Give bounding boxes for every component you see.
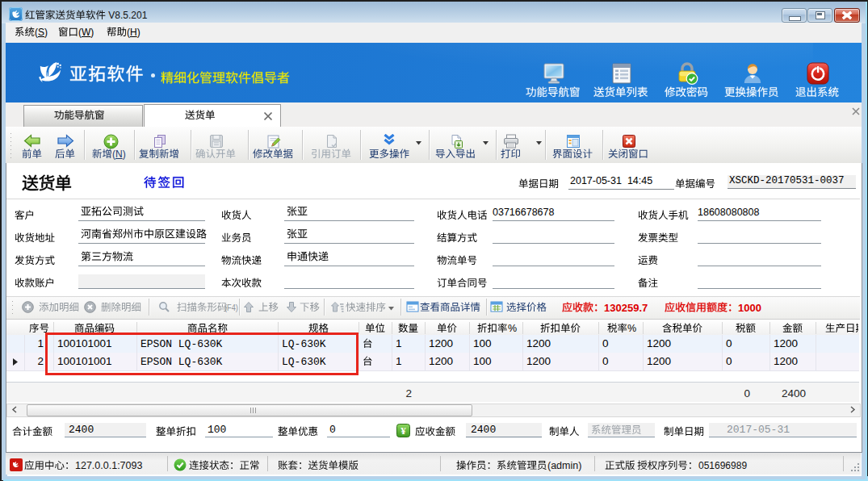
- svg-text:¥: ¥: [400, 425, 406, 437]
